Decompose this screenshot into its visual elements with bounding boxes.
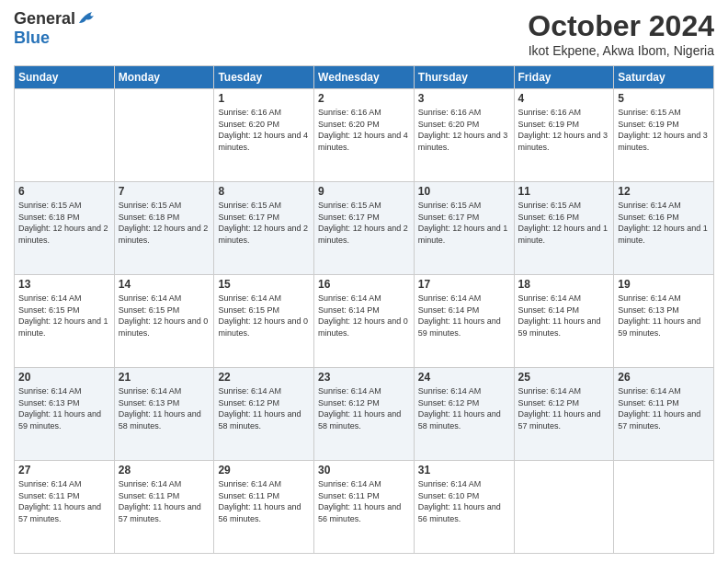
day-info: Sunrise: 6:15 AMSunset: 6:17 PMDaylight:… — [218, 200, 310, 246]
day-info: Sunrise: 6:14 AMSunset: 6:11 PMDaylight:… — [218, 478, 310, 524]
day-number: 20 — [18, 371, 110, 384]
day-number: 25 — [518, 371, 610, 384]
table-row: 27Sunrise: 6:14 AMSunset: 6:11 PMDayligh… — [15, 461, 115, 554]
day-info: Sunrise: 6:14 AMSunset: 6:11 PMDaylight:… — [618, 385, 710, 431]
table-row: 20Sunrise: 6:14 AMSunset: 6:13 PMDayligh… — [15, 368, 115, 461]
day-info: Sunrise: 6:15 AMSunset: 6:18 PMDaylight:… — [18, 200, 110, 246]
day-info: Sunrise: 6:14 AMSunset: 6:11 PMDaylight:… — [18, 478, 110, 524]
table-row: 16Sunrise: 6:14 AMSunset: 6:14 PMDayligh… — [314, 275, 415, 368]
calendar-week-row: 6Sunrise: 6:15 AMSunset: 6:18 PMDaylight… — [15, 182, 714, 275]
day-info: Sunrise: 6:14 AMSunset: 6:12 PMDaylight:… — [318, 385, 410, 431]
day-info: Sunrise: 6:14 AMSunset: 6:15 PMDaylight:… — [119, 293, 210, 339]
day-number: 3 — [418, 92, 510, 105]
table-row: 28Sunrise: 6:14 AMSunset: 6:11 PMDayligh… — [114, 461, 214, 554]
calendar-header-row: Sunday Monday Tuesday Wednesday Thursday… — [15, 66, 714, 89]
day-info: Sunrise: 6:14 AMSunset: 6:12 PMDaylight:… — [518, 385, 610, 431]
day-number: 17 — [418, 278, 510, 291]
calendar-table: Sunday Monday Tuesday Wednesday Thursday… — [14, 65, 714, 554]
day-number: 8 — [218, 185, 310, 198]
location-subtitle: Ikot Ekpene, Akwa Ibom, Nigeria — [528, 43, 714, 58]
table-row: 18Sunrise: 6:14 AMSunset: 6:14 PMDayligh… — [514, 275, 614, 368]
day-info: Sunrise: 6:14 AMSunset: 6:14 PMDaylight:… — [518, 293, 610, 339]
day-number: 11 — [518, 185, 610, 198]
calendar-week-row: 1Sunrise: 6:16 AMSunset: 6:20 PMDaylight… — [15, 89, 714, 182]
table-row: 25Sunrise: 6:14 AMSunset: 6:12 PMDayligh… — [514, 368, 614, 461]
table-row: 19Sunrise: 6:14 AMSunset: 6:13 PMDayligh… — [614, 275, 714, 368]
table-row: 14Sunrise: 6:14 AMSunset: 6:15 PMDayligh… — [114, 275, 214, 368]
day-number: 1 — [218, 92, 310, 105]
table-row: 26Sunrise: 6:14 AMSunset: 6:11 PMDayligh… — [614, 368, 714, 461]
day-number: 4 — [518, 92, 610, 105]
table-row: 1Sunrise: 6:16 AMSunset: 6:20 PMDaylight… — [214, 89, 314, 182]
calendar-week-row: 20Sunrise: 6:14 AMSunset: 6:13 PMDayligh… — [15, 368, 714, 461]
day-number: 31 — [418, 464, 510, 477]
table-row: 11Sunrise: 6:15 AMSunset: 6:16 PMDayligh… — [514, 182, 614, 275]
day-number: 24 — [418, 371, 510, 384]
month-title: October 2024 — [528, 9, 714, 43]
table-row: 3Sunrise: 6:16 AMSunset: 6:20 PMDaylight… — [414, 89, 514, 182]
day-info: Sunrise: 6:14 AMSunset: 6:13 PMDaylight:… — [18, 385, 110, 431]
day-number: 5 — [618, 92, 710, 105]
table-row — [614, 461, 714, 554]
day-number: 27 — [18, 464, 110, 477]
day-info: Sunrise: 6:14 AMSunset: 6:11 PMDaylight:… — [318, 478, 410, 524]
table-row: 6Sunrise: 6:15 AMSunset: 6:18 PMDaylight… — [15, 182, 115, 275]
table-row: 13Sunrise: 6:14 AMSunset: 6:15 PMDayligh… — [15, 275, 115, 368]
day-info: Sunrise: 6:14 AMSunset: 6:14 PMDaylight:… — [418, 293, 510, 339]
day-number: 19 — [618, 278, 710, 291]
col-tuesday: Tuesday — [214, 66, 314, 89]
col-wednesday: Wednesday — [314, 66, 415, 89]
logo: General Blue — [14, 9, 97, 48]
table-row: 10Sunrise: 6:15 AMSunset: 6:17 PMDayligh… — [414, 182, 514, 275]
day-number: 9 — [318, 185, 410, 198]
day-number: 22 — [218, 371, 310, 384]
day-info: Sunrise: 6:14 AMSunset: 6:13 PMDaylight:… — [618, 293, 710, 339]
day-info: Sunrise: 6:14 AMSunset: 6:15 PMDaylight:… — [218, 293, 310, 339]
day-info: Sunrise: 6:15 AMSunset: 6:17 PMDaylight:… — [318, 200, 410, 246]
day-info: Sunrise: 6:14 AMSunset: 6:11 PMDaylight:… — [119, 478, 210, 524]
table-row — [15, 89, 115, 182]
day-number: 16 — [318, 278, 410, 291]
day-info: Sunrise: 6:15 AMSunset: 6:19 PMDaylight:… — [618, 107, 710, 153]
day-number: 12 — [618, 185, 710, 198]
day-info: Sunrise: 6:16 AMSunset: 6:20 PMDaylight:… — [218, 107, 310, 153]
col-friday: Friday — [514, 66, 614, 89]
day-info: Sunrise: 6:15 AMSunset: 6:16 PMDaylight:… — [518, 200, 610, 246]
day-info: Sunrise: 6:14 AMSunset: 6:13 PMDaylight:… — [119, 385, 210, 431]
table-row: 30Sunrise: 6:14 AMSunset: 6:11 PMDayligh… — [314, 461, 415, 554]
day-number: 6 — [18, 185, 110, 198]
col-monday: Monday — [114, 66, 214, 89]
table-row: 5Sunrise: 6:15 AMSunset: 6:19 PMDaylight… — [614, 89, 714, 182]
day-number: 15 — [218, 278, 310, 291]
day-number: 30 — [318, 464, 410, 477]
table-row: 29Sunrise: 6:14 AMSunset: 6:11 PMDayligh… — [214, 461, 314, 554]
day-number: 18 — [518, 278, 610, 291]
logo-general: General — [14, 9, 75, 29]
day-number: 10 — [418, 185, 510, 198]
table-row — [514, 461, 614, 554]
col-sunday: Sunday — [15, 66, 115, 89]
day-number: 2 — [318, 92, 410, 105]
day-info: Sunrise: 6:14 AMSunset: 6:12 PMDaylight:… — [418, 385, 510, 431]
day-number: 23 — [318, 371, 410, 384]
table-row: 2Sunrise: 6:16 AMSunset: 6:20 PMDaylight… — [314, 89, 415, 182]
calendar-week-row: 13Sunrise: 6:14 AMSunset: 6:15 PMDayligh… — [15, 275, 714, 368]
day-number: 29 — [218, 464, 310, 477]
table-row: 9Sunrise: 6:15 AMSunset: 6:17 PMDaylight… — [314, 182, 415, 275]
day-info: Sunrise: 6:14 AMSunset: 6:16 PMDaylight:… — [618, 200, 710, 246]
day-number: 14 — [119, 278, 210, 291]
table-row: 17Sunrise: 6:14 AMSunset: 6:14 PMDayligh… — [414, 275, 514, 368]
day-info: Sunrise: 6:14 AMSunset: 6:15 PMDaylight:… — [18, 293, 110, 339]
day-info: Sunrise: 6:16 AMSunset: 6:20 PMDaylight:… — [418, 107, 510, 153]
table-row: 23Sunrise: 6:14 AMSunset: 6:12 PMDayligh… — [314, 368, 415, 461]
header: General Blue October 2024 Ikot Ekpene, A… — [14, 9, 714, 58]
day-number: 7 — [119, 185, 210, 198]
logo-blue: Blue — [14, 29, 50, 47]
table-row: 22Sunrise: 6:14 AMSunset: 6:12 PMDayligh… — [214, 368, 314, 461]
day-number: 26 — [618, 371, 710, 384]
table-row: 7Sunrise: 6:15 AMSunset: 6:18 PMDaylight… — [114, 182, 214, 275]
day-number: 21 — [119, 371, 210, 384]
table-row: 15Sunrise: 6:14 AMSunset: 6:15 PMDayligh… — [214, 275, 314, 368]
table-row: 4Sunrise: 6:16 AMSunset: 6:19 PMDaylight… — [514, 89, 614, 182]
day-info: Sunrise: 6:14 AMSunset: 6:10 PMDaylight:… — [418, 478, 510, 524]
